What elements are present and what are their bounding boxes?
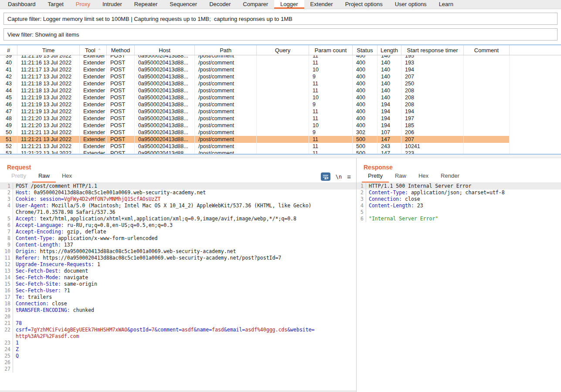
menu-item-user-options[interactable]: User options (389, 0, 433, 9)
table-row[interactable]: 4311:21:18 13 Jul 2022ExtenderPOST0a9500… (0, 80, 561, 87)
column-header-length[interactable]: Length (377, 45, 401, 55)
request-editor[interactable]: 1POST /post/comment HTTP/1.12Host: 0a950… (0, 183, 356, 385)
logger-table-header: #TimeTool⌃MethodHostPathQueryParam count… (0, 45, 561, 55)
line-number: 6 (357, 216, 366, 222)
word-wrap-icon[interactable] (321, 172, 330, 181)
code-line: 4Content-Length: 23 (357, 203, 561, 209)
message-editor-area: Request PrettyRawHex \n ≡ 1POST /post/co… (0, 158, 561, 392)
menu-item-proxy[interactable]: Proxy (70, 0, 96, 9)
code-line: 24Z (0, 346, 356, 353)
column-header-start-response-timer[interactable]: Start response timer (401, 45, 464, 55)
line-number: 12 (0, 261, 13, 268)
code-line: 15Sec-Fetch-Site: same-origin (0, 281, 356, 287)
code-line: 19tRANSFER-ENCODING: chunked (0, 307, 356, 314)
table-row[interactable]: 4711:21:19 13 Jul 2022ExtenderPOST0a9500… (0, 108, 561, 115)
code-line: 7Accept-Encoding: gzip, deflate (0, 229, 356, 235)
line-number: 11 (0, 255, 13, 261)
request-tabbar: PrettyRawHex \n ≡ (0, 172, 356, 183)
menu-item-sequencer[interactable]: Sequencer (163, 0, 203, 9)
view-filter-bar[interactable]: View filter: Showing all items (3, 28, 558, 41)
request-tab-raw[interactable]: Raw (32, 171, 56, 182)
code-line: 6"Internal Server Error" (357, 216, 561, 222)
column-header-method[interactable]: Method (107, 45, 135, 55)
line-number: 15 (0, 281, 13, 287)
table-row[interactable]: 5311:21:22 13 Jul 2022ExtenderPOST0a9500… (0, 150, 561, 154)
request-hscrollbar[interactable] (0, 390, 356, 392)
response-tabbar: PrettyRawHexRender (357, 172, 561, 183)
code-line: http%3A%2F%2Fasdf.com (0, 333, 356, 340)
column-header-host[interactable]: Host (135, 45, 195, 55)
line-number: 20 (0, 314, 13, 320)
split-divider[interactable] (0, 155, 561, 158)
line-number: 10 (0, 248, 13, 255)
chevron-up-icon: ⌃ (98, 48, 101, 53)
code-line: 3Connection: close (357, 196, 561, 203)
table-row[interactable]: 4211:21:17 13 Jul 2022ExtenderPOST0a9500… (0, 73, 561, 80)
line-number: 2 (357, 189, 366, 196)
response-tab-raw[interactable]: Raw (389, 171, 412, 182)
table-row[interactable]: 5111:21:21 13 Jul 2022ExtenderPOST0a9500… (0, 136, 561, 143)
code-line: 9Content-Length: 137 (0, 242, 356, 248)
code-line: 2178 (0, 320, 356, 327)
line-number: 1 (0, 183, 13, 189)
table-row[interactable]: 4611:21:19 13 Jul 2022ExtenderPOST0a9500… (0, 101, 561, 108)
table-row[interactable]: 4011:21:16 13 Jul 2022ExtenderPOST0a9500… (0, 59, 561, 66)
table-row[interactable]: 4411:21:18 13 Jul 2022ExtenderPOST0a9500… (0, 87, 561, 94)
request-tab-pretty[interactable]: Pretty (5, 171, 32, 182)
line-number: 9 (0, 242, 13, 248)
line-number: 3 (0, 196, 13, 203)
table-row[interactable]: 4511:21:19 13 Jul 2022ExtenderPOST0a9500… (0, 94, 561, 101)
column-header-comment[interactable]: Comment (464, 45, 510, 55)
request-tab-icons: \n ≡ (321, 172, 351, 181)
line-number: 2 (0, 189, 13, 196)
editor-menu-icon[interactable]: ≡ (347, 173, 351, 180)
menu-item-extender[interactable]: Extender (304, 0, 339, 9)
line-number: 14 (0, 274, 13, 281)
menu-item-intruder[interactable]: Intruder (96, 0, 128, 9)
column-header-index[interactable]: # (0, 45, 17, 55)
table-row[interactable]: 5011:21:21 13 Jul 2022ExtenderPOST0a9500… (0, 129, 561, 136)
line-number: 5 (357, 209, 366, 216)
newline-toggle-icon[interactable]: \n (336, 174, 342, 180)
column-header-tool[interactable]: Tool⌃ (80, 45, 107, 55)
menu-item-repeater[interactable]: Repeater (128, 0, 163, 9)
table-row[interactable]: 5211:21:21 13 Jul 2022ExtenderPOST0a9500… (0, 143, 561, 150)
line-number: 22 (0, 327, 13, 333)
code-line: 22csrf=7gYzhMCiFvi4gBEyUEEk7HmHSHM7xWAO&… (0, 327, 356, 333)
code-line: 17Te: trailers (0, 294, 356, 301)
response-tab-pretty[interactable]: Pretty (362, 171, 389, 182)
menu-item-logger[interactable]: Logger (274, 0, 304, 9)
table-row[interactable]: 4811:21:20 13 Jul 2022ExtenderPOST0a9500… (0, 115, 561, 122)
column-header-param-count[interactable]: Param count (309, 45, 353, 55)
line-number: 13 (0, 268, 13, 274)
menu-item-project-options[interactable]: Project options (339, 0, 389, 9)
menu-item-learn[interactable]: Learn (433, 0, 459, 9)
request-tab-hex[interactable]: Hex (56, 171, 78, 182)
code-line: 6Accept-Language: ru-RU,ru;q=0.8,en-US;q… (0, 222, 356, 229)
line-number: 18 (0, 301, 13, 307)
column-header-path[interactable]: Path (195, 45, 257, 55)
menu-item-target[interactable]: Target (42, 0, 70, 9)
menu-item-dashboard[interactable]: Dashboard (2, 0, 42, 9)
code-line: 1POST /post/comment HTTP/1.1 (0, 183, 356, 189)
column-header-query[interactable]: Query (257, 45, 309, 55)
request-panel: Request PrettyRawHex \n ≡ 1POST /post/co… (0, 158, 357, 392)
code-line: 5Accept: text/html,application/xhtml+xml… (0, 216, 356, 222)
capture-filter-bar[interactable]: Capture filter: Logger memory limit set … (3, 13, 558, 25)
line-number: 3 (357, 196, 366, 203)
response-tab-hex[interactable]: Hex (412, 171, 435, 182)
line-number: 16 (0, 287, 13, 294)
line-number: 23 (0, 340, 13, 346)
menu-item-comparer[interactable]: Comparer (237, 0, 274, 9)
code-line: 26 (0, 359, 356, 366)
table-row[interactable]: 4911:21:20 13 Jul 2022ExtenderPOST0a9500… (0, 122, 561, 129)
response-editor[interactable]: 1HTTP/1.1 500 Internal Server Error2Cont… (357, 183, 561, 389)
code-line: 27 (0, 366, 356, 372)
response-tab-render[interactable]: Render (435, 171, 466, 182)
table-row[interactable]: 3911:21:16 13 Jul 2022ExtenderPOST0a9500… (0, 55, 561, 59)
column-header-status[interactable]: Status (353, 45, 377, 55)
column-header-time[interactable]: Time (17, 45, 80, 55)
table-row[interactable]: 4111:21:17 13 Jul 2022ExtenderPOST0a9500… (0, 66, 561, 73)
code-line: Chrome/71.0.3578.98 Safari/537.36 (0, 209, 356, 216)
menu-item-decoder[interactable]: Decoder (203, 0, 237, 9)
